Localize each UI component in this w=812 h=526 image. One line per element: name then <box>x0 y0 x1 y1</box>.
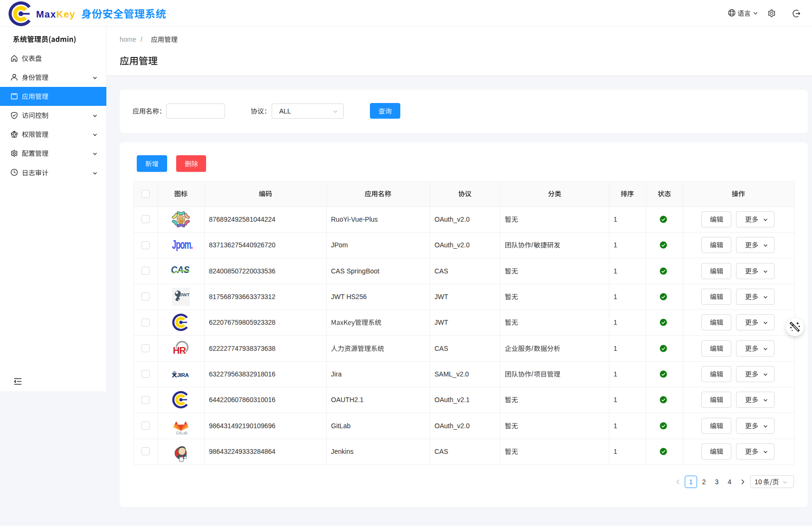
svg-text:GitLab: GitLab <box>176 431 188 435</box>
svg-text:JIRA: JIRA <box>177 372 189 378</box>
svg-text:JWT: JWT <box>180 292 189 297</box>
svg-text:HR: HR <box>173 345 186 355</box>
